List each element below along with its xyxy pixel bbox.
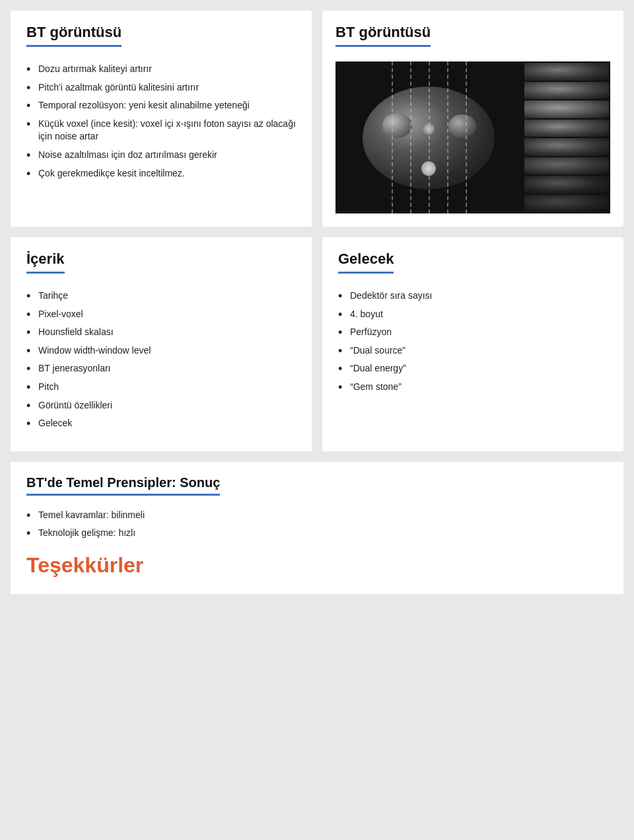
thanks-title: Teşekkürler xyxy=(26,553,608,578)
bullet-1-6: Çok gerekmedikçe kesit inceltilmez. xyxy=(26,167,296,180)
bullet-4-6: “Gem stone” xyxy=(338,381,608,394)
slide-4: Gelecek Dedektör sıra sayısı 4. boyut Pe… xyxy=(322,237,623,451)
bullet-3-5: BT jenerasyonları xyxy=(26,362,296,375)
ct-body-oval xyxy=(363,87,495,189)
ct-aorta xyxy=(423,123,435,135)
bullet-3-8: Gelecek xyxy=(26,417,296,430)
ct-image-panel xyxy=(335,61,610,213)
slide-3-bullets: Tarihçe Pixel-voxel Hounsfield skalası W… xyxy=(26,289,296,430)
slide-2: BT görüntüsü xyxy=(322,11,623,227)
slide-4-bullets: Dedektör sıra sayısı 4. boyut Perfüzyon … xyxy=(338,289,608,394)
ct-slice-6 xyxy=(524,157,609,175)
ct-slice-4 xyxy=(524,120,609,137)
ct-spine xyxy=(421,161,436,176)
ct-slice-8 xyxy=(524,195,609,213)
bullet-4-2: 4. boyut xyxy=(338,308,608,321)
bullet-3-7: Görüntü özellikleri xyxy=(26,399,296,412)
slide-1-title: BT görüntüsü xyxy=(26,24,122,47)
bullet-1-2: Pitch'i azaltmak görüntü kalitesini artı… xyxy=(26,81,296,95)
bullet-3-6: Pitch xyxy=(26,381,296,394)
slide-5-bullets: Temel kavramlar: bilinmeli Teknolojik ge… xyxy=(26,509,608,540)
ct-left-kidney xyxy=(382,113,412,138)
slide-1-bullets: Dozu artırmak kaliteyi artırır Pitch'i a… xyxy=(26,63,296,180)
ct-main-image xyxy=(335,61,522,213)
bullet-3-1: Tarihçe xyxy=(26,289,296,303)
bullet-3-3: Hounsfield skalası xyxy=(26,326,296,339)
ct-slice-1 xyxy=(524,63,609,81)
ct-slice-3 xyxy=(524,100,609,118)
slide-1: BT görüntüsü Dozu artırmak kaliteyi artı… xyxy=(11,11,312,227)
bullet-1-4: Küçük voxel (ince kesit): voxel içi x-ış… xyxy=(26,118,296,143)
ct-right-kidney xyxy=(448,114,476,138)
slide-5: BT'de Temel Prensipler: Sonuç Temel kavr… xyxy=(11,462,623,594)
bullet-1-5: Noise azaltılması için doz artırılması g… xyxy=(26,149,296,162)
ct-slice-5 xyxy=(524,138,609,156)
bullet-5-1: Temel kavramlar: bilinmeli xyxy=(26,509,608,522)
bullet-4-1: Dedektör sıra sayısı xyxy=(338,289,608,303)
bullet-1-1: Dozu artırmak kaliteyi artırır xyxy=(26,63,296,76)
slide-5-title: BT'de Temel Prensipler: Sonuç xyxy=(26,475,220,496)
bullet-1-3: Temporal rezolüsyon: yeni kesit alınabil… xyxy=(26,99,296,112)
bullet-4-5: “Dual energy” xyxy=(338,362,608,375)
bullet-3-2: Pixel-voxel xyxy=(26,308,296,321)
ct-slice-2 xyxy=(524,82,609,100)
bullet-4-4: “Dual source” xyxy=(338,344,608,358)
bullet-3-4: Window width-window level xyxy=(26,344,296,358)
bullet-4-3: Perfüzyon xyxy=(338,326,608,339)
bullet-5-2: Teknolojik gelişme: hızlı xyxy=(26,527,608,540)
slide-3: İçerik Tarihçe Pixel-voxel Hounsfield sk… xyxy=(11,237,312,451)
slide-2-title: BT görüntüsü xyxy=(335,24,431,47)
slide-4-title: Gelecek xyxy=(338,250,394,274)
ct-slices-panel xyxy=(522,61,610,213)
slide-3-title: İçerik xyxy=(26,250,65,274)
ct-slice-7 xyxy=(524,176,609,194)
